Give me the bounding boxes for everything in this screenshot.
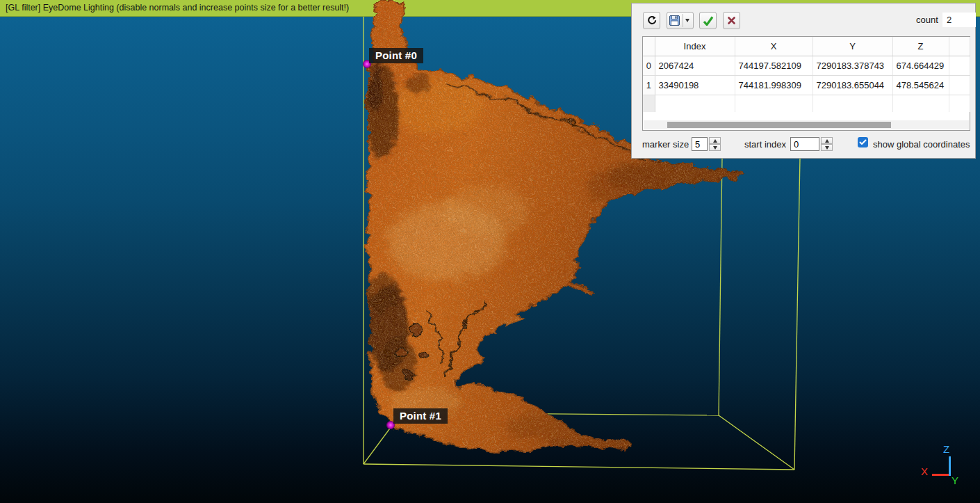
cell-spacer (949, 75, 970, 95)
point-label-0: Point #0 (369, 48, 423, 63)
corner-header (643, 37, 655, 56)
axis-x-line (932, 474, 950, 476)
axis-x-label: X (921, 465, 928, 477)
check-validate-icon (703, 16, 714, 26)
marker-size-stepper-up[interactable] (709, 137, 721, 144)
cell-index[interactable]: 33490198 (655, 75, 735, 95)
cell-x[interactable]: 744181.998309 (735, 75, 812, 95)
point-label-1: Point #1 (393, 408, 448, 424)
validate-button[interactable] (699, 12, 717, 29)
cell-y[interactable]: 7290183.655044 (812, 75, 892, 95)
table-horizontal-scrollbar[interactable] (644, 120, 969, 129)
save-dropdown-button[interactable] (683, 19, 692, 22)
point-list-picking-panel: count 2 Index X Y Z 0 (631, 3, 976, 159)
cell-y[interactable]: 7290183.378743 (812, 56, 892, 75)
cell-x[interactable]: 744197.582109 (735, 56, 812, 75)
col-header-spacer (949, 37, 970, 56)
table-header-row: Index X Y Z (643, 37, 970, 56)
revert-icon (646, 15, 658, 26)
start-index-stepper (821, 137, 833, 151)
cell-z[interactable]: 478.545624 (892, 75, 949, 95)
marker-size-input[interactable] (692, 137, 708, 151)
start-index-stepper-down[interactable] (821, 144, 833, 151)
table-row[interactable]: 0 2067424 744197.582109 7290183.378743 6… (643, 56, 970, 75)
table-row[interactable]: 1 33490198 744181.998309 7290183.655044 … (643, 75, 970, 95)
marker-size-label: marker size (642, 139, 689, 150)
chevron-down-icon (685, 19, 689, 22)
x-cancel-icon (727, 16, 736, 25)
marker-size-stepper-down[interactable] (709, 144, 721, 151)
axis-y-label: Y (952, 474, 958, 486)
revert-button[interactable] (643, 12, 660, 29)
show-global-coordinates-checkbox[interactable] (858, 137, 868, 147)
empty-row (643, 95, 970, 112)
row-number[interactable]: 0 (643, 56, 655, 75)
picked-points-table: Index X Y Z 0 2067424 744197.582109 7290… (642, 36, 970, 131)
marker-size-stepper (709, 137, 721, 151)
row-number[interactable]: 1 (643, 75, 655, 95)
floppy-save-icon (669, 15, 680, 26)
start-index-label: start index (744, 139, 786, 150)
start-index-input[interactable] (790, 137, 819, 151)
save-button[interactable] (667, 12, 694, 29)
cancel-button[interactable] (723, 12, 740, 29)
cell-spacer (949, 56, 970, 75)
count-value: 2 (942, 13, 976, 27)
application-window: [GL filter] EyeDome Lighting (disable no… (0, 0, 980, 503)
cell-index[interactable]: 2067424 (655, 56, 735, 75)
col-header-index[interactable]: Index (655, 37, 735, 56)
show-global-coordinates-label: show global coordinates (873, 139, 970, 150)
col-header-y[interactable]: Y (812, 37, 892, 56)
axis-z-line (949, 456, 951, 476)
cell-z[interactable]: 674.664429 (892, 56, 949, 75)
scrollbar-thumb[interactable] (667, 122, 891, 128)
checkbox-check-icon (859, 139, 867, 145)
col-header-x[interactable]: X (735, 37, 812, 56)
col-header-z[interactable]: Z (892, 37, 949, 56)
axis-z-label: Z (943, 443, 949, 455)
count-label: count (916, 15, 938, 25)
start-index-stepper-up[interactable] (821, 137, 833, 144)
